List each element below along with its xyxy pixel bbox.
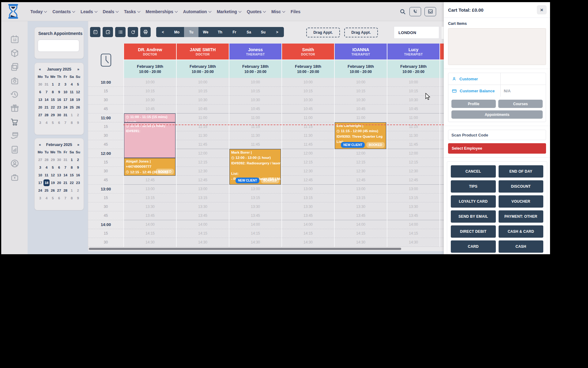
calendar-day[interactable]: 25 — [43, 187, 50, 194]
time-slot[interactable]: 12:15 — [335, 158, 387, 167]
calendar-day[interactable]: 10 — [37, 172, 43, 178]
time-slot[interactable]: 10:15 — [387, 87, 439, 96]
time-slot[interactable]: 14:00 — [177, 220, 229, 229]
calendar-day[interactable]: 9 — [75, 164, 81, 171]
calendar-day[interactable]: 24 — [37, 187, 43, 194]
cart-icon[interactable] — [9, 117, 20, 127]
weekday-th[interactable]: Th — [213, 27, 227, 37]
payment-other-button[interactable]: PAYMENT: OTHER — [499, 210, 544, 223]
next-month-icon[interactable]: » — [77, 143, 79, 147]
calendar-day[interactable]: 26 — [50, 187, 56, 194]
calendar-day[interactable]: 9 — [56, 89, 62, 95]
calendar-day[interactable]: 7 — [43, 89, 50, 95]
account-icon[interactable] — [9, 158, 20, 169]
end-of-day-button[interactable]: END OF DAY — [499, 165, 544, 178]
card-button[interactable]: CARD — [451, 240, 496, 253]
calendar-day[interactable]: 7 — [62, 119, 69, 126]
calendar-day[interactable]: 16 — [75, 172, 81, 178]
time-slot[interactable]: 12:45 — [335, 176, 387, 185]
time-slot[interactable]: 13:15 — [177, 194, 229, 202]
calendar-day[interactable]: 20 — [37, 104, 43, 111]
time-slot[interactable]: 13:00 — [387, 185, 439, 194]
time-slot[interactable]: 13:45 — [335, 211, 387, 220]
time-slot[interactable]: 11:00 — [282, 113, 334, 122]
payment-icon[interactable] — [9, 131, 20, 141]
time-slot[interactable]: 14:15 — [177, 229, 229, 238]
scrollbar-thumb[interactable] — [89, 248, 401, 250]
calendar-day[interactable]: 3 — [62, 81, 69, 88]
time-slot[interactable]: 10:45 — [387, 105, 439, 113]
time-slot[interactable]: 10:00 — [177, 78, 229, 87]
time-slot[interactable]: 11:00 — [177, 113, 229, 122]
time-slot[interactable]: 10:30 — [335, 96, 387, 105]
time-slot[interactable]: 12:45 — [282, 176, 334, 185]
nav-item-misc[interactable]: Misc — [271, 9, 285, 14]
customer-link[interactable]: Customer — [448, 73, 500, 85]
calendar-day[interactable]: 4 — [43, 195, 50, 201]
time-slot[interactable]: 14:15 — [282, 229, 334, 238]
drag-appt-slot-1[interactable]: Drag Appt. — [306, 28, 340, 37]
calendar-day[interactable]: 29 — [50, 112, 56, 118]
package-icon[interactable] — [9, 48, 20, 58]
time-slot[interactable]: 14:15 — [124, 229, 176, 238]
time-slot[interactable]: 12:15 — [387, 158, 439, 167]
time-slot[interactable]: 14:00 — [229, 220, 281, 229]
calendar-day[interactable]: 18 — [69, 96, 75, 103]
time-slot[interactable]: 11:15 — [282, 122, 334, 131]
time-slot[interactable]: 10:45 — [229, 105, 281, 113]
cash-button[interactable]: CASH — [499, 240, 544, 253]
time-slot[interactable]: 10:00 — [387, 78, 439, 87]
time-slot[interactable]: 12:30 — [387, 167, 439, 176]
time-slot[interactable]: 10:00 — [282, 78, 334, 87]
calendar-day[interactable]: 29 — [50, 156, 56, 163]
time-slot[interactable]: 12:15 — [282, 158, 334, 167]
time-slot[interactable]: 10:30 — [177, 96, 229, 105]
calendar-day[interactable]: 13 — [56, 172, 62, 178]
time-slot[interactable]: 12:45 — [387, 176, 439, 185]
profile-button[interactable]: Profile — [451, 100, 496, 108]
calendar-day[interactable]: 22 — [69, 179, 75, 186]
time-slot[interactable]: 11:45 — [387, 140, 439, 149]
calendar-day[interactable]: 27 — [37, 156, 43, 163]
calendar-day[interactable]: 10 — [62, 89, 69, 95]
staff-column-header[interactable]: IOANNATHERAPIST February 18th10:00 - 20:… — [334, 44, 387, 78]
calendar-day[interactable]: 27 — [56, 187, 62, 194]
time-slot[interactable]: 13:30 — [387, 202, 439, 211]
calendar-day[interactable]: 3 — [37, 164, 43, 171]
appointment-block[interactable]: 11:15 - 12:15 (1 hour)ID#9391: — [124, 122, 175, 158]
time-slot[interactable]: 11:30 — [229, 131, 281, 140]
calendar-icon[interactable] — [90, 27, 100, 37]
calendar-day[interactable]: 2 — [75, 187, 81, 194]
time-slot[interactable]: 11:30 — [282, 131, 334, 140]
calendar-day[interactable]: 23 — [56, 104, 62, 111]
time-slot[interactable]: 12:00 — [282, 149, 334, 158]
calendar-day[interactable]: 6 — [56, 164, 62, 171]
time-slot[interactable]: 10:30 — [229, 96, 281, 105]
calendar-day[interactable]: 26 — [75, 104, 81, 111]
time-slot[interactable]: 11:30 — [387, 131, 439, 140]
print-icon[interactable] — [140, 27, 151, 37]
loyalty-card-button[interactable]: LOYALTY CARD — [451, 195, 496, 208]
inbox-button[interactable] — [424, 7, 436, 16]
calendar-day[interactable]: 6 — [37, 89, 43, 95]
time-slot[interactable]: 13:45 — [387, 211, 439, 220]
close-icon[interactable]: × — [537, 5, 547, 14]
calendar-day[interactable]: 16 — [56, 96, 62, 103]
calendar-day[interactable]: 11 — [43, 172, 50, 178]
briefcase-icon[interactable] — [9, 172, 20, 182]
time-slot[interactable]: 13:45 — [124, 211, 176, 220]
calendar-day[interactable]: 7 — [62, 195, 69, 201]
time-slot[interactable]: 13:15 — [335, 194, 387, 202]
weekday-tu[interactable]: Tu — [184, 27, 198, 37]
calendar-day[interactable]: 17 — [62, 96, 69, 103]
time-slot[interactable]: 13:45 — [282, 211, 334, 220]
time-slot[interactable]: 13:00 — [335, 185, 387, 194]
calendar-day[interactable]: 1 — [69, 112, 75, 118]
time-slot[interactable]: 11:00 — [229, 113, 281, 122]
calendar-day[interactable]: 5 — [50, 195, 56, 201]
calendar-day[interactable]: 31 — [43, 81, 50, 88]
calendar-day[interactable]: 2 — [75, 156, 81, 163]
calendar-day[interactable]: 8 — [69, 119, 75, 126]
weekday-sa[interactable]: Sa — [242, 27, 256, 37]
calendar-day[interactable]: 5 — [50, 164, 56, 171]
